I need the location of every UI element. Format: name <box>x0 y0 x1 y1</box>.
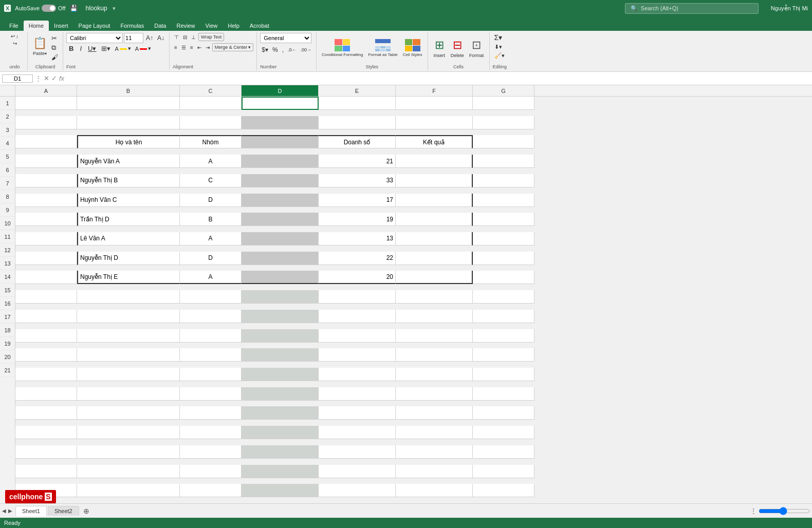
cell-A9[interactable] <box>15 252 77 265</box>
cell-B9[interactable]: Nguyễn Thị D <box>77 252 180 265</box>
col-header-g[interactable]: G <box>473 85 534 96</box>
comma-button[interactable]: , <box>281 46 285 54</box>
cell-B4[interactable]: Nguyễn Văn A <box>77 155 180 168</box>
cell-B19[interactable] <box>77 445 180 459</box>
col-header-b[interactable]: B <box>77 85 180 96</box>
cell-C17[interactable] <box>180 406 242 420</box>
cell-C1[interactable] <box>180 97 242 110</box>
tab-insert[interactable]: Insert <box>49 21 73 31</box>
dec-decrease-button[interactable]: .0← <box>286 47 298 53</box>
cell-D19[interactable] <box>242 445 319 459</box>
increase-font-button[interactable]: A↑ <box>144 34 155 42</box>
cell-G3[interactable] <box>473 135 534 148</box>
row-num-5[interactable]: 5 <box>0 150 15 163</box>
cell-G14[interactable] <box>473 348 534 362</box>
cell-F5[interactable] <box>396 174 473 187</box>
cell-F11[interactable] <box>396 290 473 304</box>
bold-button[interactable]: B <box>66 44 76 53</box>
align-left-button[interactable]: ≡ <box>173 44 179 51</box>
sheet-tab-sheet1[interactable]: Sheet1 <box>15 506 47 516</box>
cell-D9[interactable] <box>242 252 319 265</box>
tab-file[interactable]: File <box>4 21 24 31</box>
format-painter-button[interactable]: 🖌 <box>50 53 60 62</box>
cell-D5[interactable] <box>242 174 319 187</box>
cell-G16[interactable] <box>473 387 534 401</box>
cell-D15[interactable] <box>242 368 319 381</box>
cell-B17[interactable] <box>77 406 180 420</box>
dollar-button[interactable]: $▾ <box>260 46 270 54</box>
col-header-e[interactable]: E <box>319 85 396 96</box>
cell-G8[interactable] <box>473 232 534 246</box>
row-num-10[interactable]: 10 <box>0 217 15 230</box>
tab-acrobat[interactable]: Acrobat <box>245 21 274 31</box>
col-header-a[interactable]: A <box>15 85 77 96</box>
cell-B7[interactable]: Trần Thị D <box>77 213 180 226</box>
cell-F8[interactable] <box>396 232 473 246</box>
cell-A7[interactable] <box>15 213 77 226</box>
cell-G20[interactable] <box>473 465 534 478</box>
cell-E1[interactable] <box>319 97 396 110</box>
cell-B2[interactable] <box>77 116 180 129</box>
sum-button[interactable]: Σ▾ <box>493 33 504 42</box>
cell-E9[interactable]: 22 <box>319 252 396 265</box>
cell-B21[interactable] <box>77 484 180 497</box>
percent-button[interactable]: % <box>271 46 280 54</box>
autosave-toggle[interactable] <box>42 5 56 12</box>
cell-F19[interactable] <box>396 445 473 459</box>
cell-G7[interactable] <box>473 213 534 226</box>
cell-F17[interactable] <box>396 406 473 420</box>
tab-formulas[interactable]: Formulas <box>115 21 149 31</box>
cell-E20[interactable] <box>319 465 396 478</box>
cell-B15[interactable] <box>77 368 180 381</box>
conditional-formatting-button[interactable]: Conditional Formatting <box>320 35 365 62</box>
cell-F1[interactable] <box>396 97 473 110</box>
row-num-2[interactable]: 2 <box>0 110 15 123</box>
cell-D6[interactable] <box>242 194 319 207</box>
cell-G12[interactable] <box>473 310 534 323</box>
undo-button[interactable]: ↓ <box>9 33 20 40</box>
cell-A16[interactable] <box>15 387 77 401</box>
cell-A10[interactable] <box>15 271 77 284</box>
indent-more-button[interactable]: ⇥ <box>204 44 211 51</box>
cell-G11[interactable] <box>473 290 534 304</box>
cell-G18[interactable] <box>473 426 534 439</box>
cell-D2[interactable] <box>242 116 319 129</box>
cell-F18[interactable] <box>396 426 473 439</box>
merge-center-button[interactable]: Merge & Center ▾ <box>212 43 254 51</box>
cell-E10[interactable]: 20 <box>319 271 396 284</box>
align-top-button[interactable]: ⊤ <box>173 34 180 41</box>
cell-G15[interactable] <box>473 368 534 381</box>
grid-container[interactable]: 123456789101112131415161718192021 Họ và … <box>0 97 812 503</box>
cell-D13[interactable] <box>242 329 319 343</box>
cell-C5[interactable]: C <box>180 174 242 187</box>
cell-C7[interactable]: B <box>180 213 242 226</box>
font-size-input[interactable] <box>124 33 143 43</box>
tab-view[interactable]: View <box>200 21 223 31</box>
wrap-text-button[interactable]: Wrap Text <box>198 33 224 41</box>
cell-F12[interactable] <box>396 310 473 323</box>
row-num-3[interactable]: 3 <box>0 123 15 137</box>
cell-G19[interactable] <box>473 445 534 459</box>
cell-F15[interactable] <box>396 368 473 381</box>
row-num-14[interactable]: 14 <box>0 270 15 284</box>
cell-F4[interactable] <box>396 155 473 168</box>
cell-B5[interactable]: Nguyễn Thị B <box>77 174 180 187</box>
cell-D7[interactable] <box>242 213 319 226</box>
cell-F10[interactable] <box>396 271 473 284</box>
cell-B14[interactable] <box>77 348 180 362</box>
cell-G21[interactable] <box>473 484 534 497</box>
cell-D12[interactable] <box>242 310 319 323</box>
cell-B13[interactable] <box>77 329 180 343</box>
cell-C20[interactable] <box>180 465 242 478</box>
sheet-tab-sheet2[interactable]: Sheet2 <box>48 506 79 516</box>
cell-B10[interactable]: Nguyễn Thị E <box>77 271 180 284</box>
formula-checkmark-icon[interactable]: ✓ <box>51 74 57 82</box>
cell-A4[interactable] <box>15 155 77 168</box>
align-center-button[interactable]: ☰ <box>180 44 188 51</box>
cell-C14[interactable] <box>180 348 242 362</box>
row-num-15[interactable]: 15 <box>0 284 15 297</box>
decrease-font-button[interactable]: A↓ <box>156 34 166 42</box>
nav-left-icon[interactable]: ◀ <box>2 508 6 514</box>
cell-B3[interactable]: Họ và tên <box>77 135 180 148</box>
cell-D4[interactable] <box>242 155 319 168</box>
